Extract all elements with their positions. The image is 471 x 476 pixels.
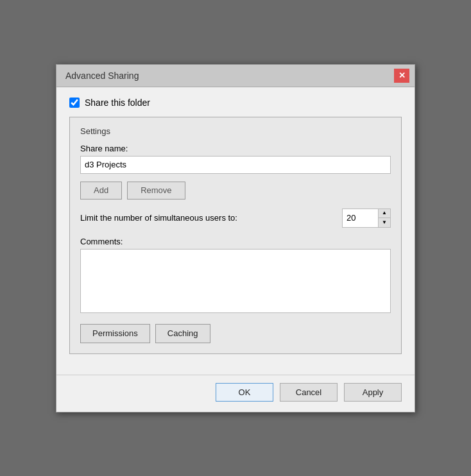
limit-spinner-input[interactable] bbox=[343, 209, 378, 227]
dialog-body: Share this folder Settings Share name: A… bbox=[56, 87, 415, 375]
spinner-up-button[interactable]: ▲ bbox=[379, 209, 390, 218]
perm-caching-row: Permissions Caching bbox=[80, 324, 391, 343]
share-folder-row: Share this folder bbox=[69, 98, 402, 108]
remove-button[interactable]: Remove bbox=[127, 182, 185, 200]
share-name-row: Share name: bbox=[80, 144, 391, 174]
close-button[interactable]: ✕ bbox=[394, 69, 409, 83]
spinner-down-button[interactable]: ▼ bbox=[379, 218, 390, 227]
comments-label: Comments: bbox=[80, 237, 391, 246]
settings-legend: Settings bbox=[80, 126, 391, 136]
share-folder-checkbox[interactable] bbox=[69, 98, 80, 108]
settings-group: Settings Share name: Add Remove Limit th… bbox=[69, 117, 402, 354]
share-name-label: Share name: bbox=[80, 144, 391, 153]
comments-textarea[interactable] bbox=[80, 249, 391, 313]
dialog-footer: OK Cancel Apply bbox=[56, 375, 415, 412]
cancel-button[interactable]: Cancel bbox=[280, 383, 338, 402]
comments-row: Comments: bbox=[80, 237, 391, 315]
share-folder-label[interactable]: Share this folder bbox=[85, 98, 150, 108]
spinner-wrapper: ▲ ▼ bbox=[342, 208, 391, 228]
add-button[interactable]: Add bbox=[80, 182, 122, 200]
caching-button[interactable]: Caching bbox=[155, 324, 210, 343]
limit-label: Limit the number of simultaneous users t… bbox=[80, 213, 342, 223]
title-bar: Advanced Sharing ✕ bbox=[56, 65, 415, 87]
add-remove-row: Add Remove bbox=[80, 182, 391, 200]
dialog-title: Advanced Sharing bbox=[65, 71, 139, 81]
apply-button[interactable]: Apply bbox=[344, 383, 402, 402]
ok-button[interactable]: OK bbox=[216, 383, 273, 402]
permissions-button[interactable]: Permissions bbox=[80, 324, 150, 343]
advanced-sharing-dialog: Advanced Sharing ✕ Share this folder Set… bbox=[56, 64, 415, 412]
share-name-input[interactable] bbox=[80, 156, 391, 174]
limit-users-row: Limit the number of simultaneous users t… bbox=[80, 208, 391, 228]
spinner-buttons: ▲ ▼ bbox=[378, 209, 390, 227]
